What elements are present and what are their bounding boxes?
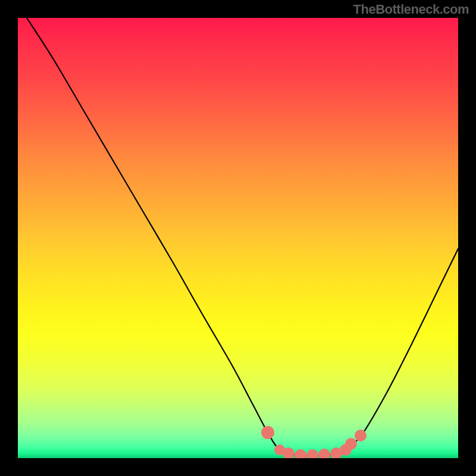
curve-svg [18, 18, 458, 458]
highlight-markers [261, 426, 367, 458]
highlight-dot [355, 430, 367, 441]
highlight-dot [318, 449, 330, 458]
highlight-dot [261, 426, 274, 439]
highlight-dot [295, 449, 306, 458]
watermark-text: TheBottleneck.com [353, 2, 469, 17]
bottleneck-curve-line [27, 18, 458, 456]
highlight-dot [345, 438, 357, 450]
chart-container: TheBottleneck.com [0, 0, 476, 476]
highlight-dot [306, 449, 318, 458]
plot-area [18, 18, 458, 458]
